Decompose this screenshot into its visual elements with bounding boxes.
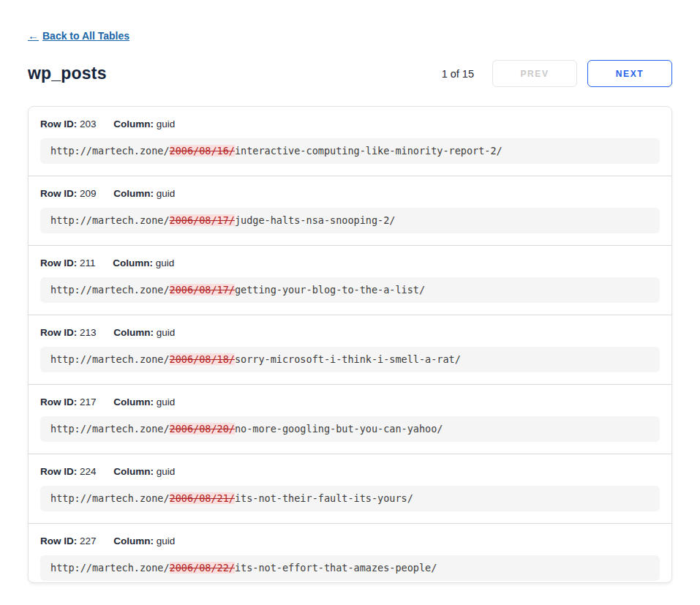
row-meta: Row ID: 224 Column: guid bbox=[40, 466, 660, 477]
row-id-value: 213 bbox=[80, 327, 97, 338]
row-id-label: Row ID: bbox=[40, 466, 77, 477]
prev-button[interactable]: PREV bbox=[492, 60, 577, 87]
url-suffix: its-not-effort-that-amazes-people/ bbox=[235, 562, 437, 574]
guid-value-box: http://martech.zone/2006/08/22/its-not-e… bbox=[40, 555, 660, 581]
back-arrow-icon: ← bbox=[28, 29, 39, 42]
page: ← Back to All Tables wp_posts 1 of 15 PR… bbox=[0, 0, 700, 583]
pagination: 1 of 15 PREV NEXT bbox=[442, 60, 672, 87]
url-prefix: http://martech.zone/ bbox=[50, 423, 170, 435]
table-row: Row ID: 211 Column: guid http://martech.… bbox=[29, 246, 671, 315]
column-value: guid bbox=[157, 188, 176, 199]
guid-value-box: http://martech.zone/2006/08/18/sorry-mic… bbox=[40, 347, 660, 372]
column-value: guid bbox=[157, 119, 176, 129]
table-row: Row ID: 217 Column: guid http://martech.… bbox=[29, 385, 671, 454]
row-id-label: Row ID: bbox=[40, 258, 77, 268]
table-row: Row ID: 224 Column: guid http://martech.… bbox=[29, 454, 671, 524]
row-id-value: 227 bbox=[80, 536, 97, 546]
page-indicator: 1 of 15 bbox=[442, 68, 474, 80]
column-label: Column: bbox=[113, 536, 154, 546]
row-id-value: 224 bbox=[80, 466, 97, 477]
guid-value-box: http://martech.zone/2006/08/17/judge-hal… bbox=[40, 208, 660, 233]
row-id-value: 211 bbox=[80, 258, 96, 268]
column-label: Column: bbox=[113, 188, 154, 199]
column-label: Column: bbox=[113, 397, 154, 407]
column-label: Column: bbox=[113, 466, 154, 477]
row-meta: Row ID: 213 Column: guid bbox=[40, 327, 660, 338]
url-prefix: http://martech.zone/ bbox=[50, 214, 170, 226]
table-row: Row ID: 209 Column: guid http://martech.… bbox=[29, 176, 671, 246]
row-id-value: 209 bbox=[80, 188, 97, 199]
url-prefix: http://martech.zone/ bbox=[50, 145, 170, 157]
header-row: wp_posts 1 of 15 PREV NEXT bbox=[28, 60, 672, 87]
url-suffix: interactive-computing-like-minority-repo… bbox=[235, 145, 503, 157]
highlighted-date: 2006/08/22/ bbox=[170, 562, 235, 574]
url-suffix: its-not-their-fault-its-yours/ bbox=[235, 492, 413, 504]
highlighted-date: 2006/08/21/ bbox=[170, 492, 235, 504]
url-prefix: http://martech.zone/ bbox=[50, 284, 170, 296]
column-label: Column: bbox=[113, 327, 154, 338]
row-meta: Row ID: 203 Column: guid bbox=[40, 119, 660, 129]
highlighted-date: 2006/08/16/ bbox=[170, 145, 235, 157]
next-button[interactable]: NEXT bbox=[587, 60, 672, 87]
table-row: Row ID: 213 Column: guid http://martech.… bbox=[29, 315, 671, 385]
highlighted-date: 2006/08/20/ bbox=[170, 423, 235, 435]
row-id-value: 217 bbox=[80, 397, 97, 407]
highlighted-date: 2006/08/17/ bbox=[170, 214, 235, 226]
row-id-value: 203 bbox=[80, 119, 97, 129]
highlighted-date: 2006/08/17/ bbox=[170, 284, 235, 296]
guid-value-box: http://martech.zone/2006/08/21/its-not-t… bbox=[40, 486, 660, 511]
table-row: Row ID: 227 Column: guid http://martech.… bbox=[29, 524, 671, 583]
url-prefix: http://martech.zone/ bbox=[50, 492, 170, 504]
column-value: guid bbox=[157, 397, 176, 407]
row-meta: Row ID: 217 Column: guid bbox=[40, 397, 660, 407]
guid-value-box: http://martech.zone/2006/08/17/getting-y… bbox=[40, 277, 660, 303]
url-suffix: sorry-microsoft-i-think-i-smell-a-rat/ bbox=[235, 353, 461, 365]
table-row: Row ID: 203 Column: guid http://martech.… bbox=[29, 107, 671, 176]
highlighted-date: 2006/08/18/ bbox=[170, 353, 235, 365]
url-suffix: getting-your-blog-to-the-a-list/ bbox=[235, 284, 425, 296]
row-meta: Row ID: 209 Column: guid bbox=[40, 188, 660, 199]
column-value: guid bbox=[156, 258, 175, 268]
row-id-label: Row ID: bbox=[40, 119, 77, 129]
row-id-label: Row ID: bbox=[40, 397, 77, 407]
back-link-label: Back to All Tables bbox=[42, 30, 129, 42]
column-value: guid bbox=[157, 466, 176, 477]
rows-card: Row ID: 203 Column: guid http://martech.… bbox=[28, 106, 672, 583]
page-title: wp_posts bbox=[28, 64, 107, 83]
guid-value-box: http://martech.zone/2006/08/20/no-more-g… bbox=[40, 416, 660, 442]
column-label: Column: bbox=[113, 119, 154, 129]
row-id-label: Row ID: bbox=[40, 536, 77, 546]
row-id-label: Row ID: bbox=[40, 188, 77, 199]
column-value: guid bbox=[157, 327, 176, 338]
column-value: guid bbox=[157, 536, 176, 546]
back-to-all-tables-link[interactable]: ← Back to All Tables bbox=[28, 29, 129, 42]
column-label: Column: bbox=[113, 258, 153, 268]
row-meta: Row ID: 211 Column: guid bbox=[40, 258, 660, 268]
url-prefix: http://martech.zone/ bbox=[50, 562, 170, 574]
url-prefix: http://martech.zone/ bbox=[50, 353, 170, 365]
url-suffix: judge-halts-nsa-snooping-2/ bbox=[235, 214, 395, 226]
row-id-label: Row ID: bbox=[40, 327, 77, 338]
guid-value-box: http://martech.zone/2006/08/16/interacti… bbox=[40, 138, 660, 164]
url-suffix: no-more-googling-but-you-can-yahoo/ bbox=[235, 423, 443, 435]
row-meta: Row ID: 227 Column: guid bbox=[40, 536, 660, 546]
